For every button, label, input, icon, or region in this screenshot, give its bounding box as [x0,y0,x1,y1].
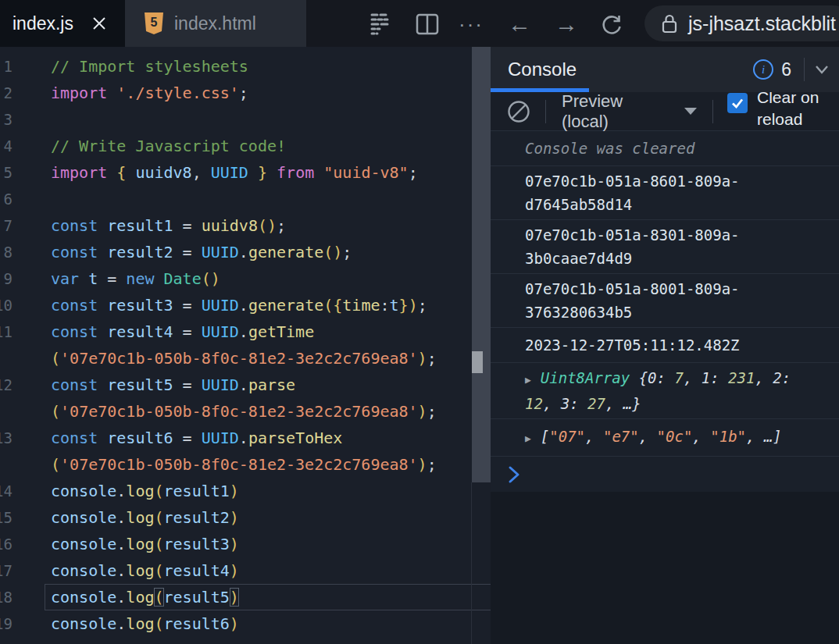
url-bar[interactable]: js-jhsazt.stackblit [644,5,839,41]
code-line-4[interactable]: 4// Write Javascript code! [0,133,491,159]
checkbox-checked[interactable] [727,93,748,113]
code-text: import './style.css'; [51,80,248,106]
back-icon[interactable]: ← [506,11,533,37]
console-entries: Console was cleared07e70c1b-051a-8601-80… [491,131,839,457]
split-editor-icon[interactable] [414,11,441,37]
code-text: console.log(result2) [51,504,239,531]
line-number: 13 [0,425,12,451]
console-entry-line: 07e70c1b-051a-8601-809a- [525,169,825,193]
console-entry-info: Console was cleared [491,131,839,166]
expand-icon[interactable]: ▶ [525,374,531,386]
line-number: 7 [0,212,12,239]
code-editor[interactable]: 1// Import stylesheets2import './style.c… [0,47,491,644]
separator [712,100,713,123]
prompt-chevron-icon [506,464,522,485]
console-entry-line: d7645ab58d14 [525,193,825,216]
url-text: js-jhsazt.stackblit [688,12,836,35]
console-input[interactable] [491,457,839,492]
code-text: // Import stylesheets [51,53,248,80]
tab-label: index.html [174,13,256,34]
code-text: const result5 = UUID.parse [51,372,295,398]
info-icon: i [753,59,773,80]
panel-divider[interactable] [472,47,491,482]
code-line-8[interactable]: 8const result2 = UUID.generate(); [0,239,491,265]
line-number: 14 [0,478,12,504]
code-text: ('07e70c1b-050b-8f0c-81e2-3e2c2c769ea8')… [51,345,437,372]
code-line-17[interactable]: 17console.log(result4) [0,557,491,584]
code-text: // Write Javascript code! [51,133,286,159]
clear-on-reload-label: Clear on reload [757,87,839,130]
code-line-18[interactable]: 18console.log(result5) [0,584,491,610]
console-entry-log: 2023-12-27T05:11:12.482Z [491,328,839,363]
reload-icon[interactable] [598,11,625,37]
code-text: const result2 = UUID.generate(); [51,239,352,265]
code-text: console.log(result5) [51,584,239,610]
code-line-5[interactable]: 5import { uuidv8, UUID } from "uuid-v8"; [0,159,491,186]
prettier-icon[interactable] [368,11,395,37]
code-line-12[interactable]: 12const result5 = UUID.parse [0,372,491,398]
tab-index-html[interactable]: 5 index.html [125,0,306,47]
line-number: 1 [0,53,12,80]
more-icon[interactable]: ··· [458,11,484,37]
svg-text:5: 5 [151,16,158,29]
line-number: 16 [0,531,12,557]
code-text: console.log(result6) [51,610,239,637]
info-count-badge[interactable]: i 6 [753,59,804,80]
code-line-19[interactable]: 19console.log(result6) [0,610,491,637]
console-entry-line: Console was cleared [525,137,825,160]
code-line-wrap[interactable]: ('07e70c1b-050b-8f0c-81e2-3e2c2c769ea8')… [0,451,491,478]
code-line-2[interactable]: 2import './style.css'; [0,80,491,106]
line-number: 17 [0,557,12,584]
code-line-11[interactable]: 11const result4 = UUID.getTime [0,318,491,345]
line-number: 11 [0,318,12,345]
lock-icon [659,12,680,35]
code-line-15[interactable]: 15console.log(result2) [0,504,491,531]
code-line-wrap[interactable]: ('07e70c1b-050b-8f0c-81e2-3e2c2c769ea8')… [0,398,491,425]
console-entry-array[interactable]: ▶[​"07", "e7", "0c", "1b", …] [491,419,839,457]
active-tab-indicator [491,88,589,92]
code-line-6[interactable]: 6 [0,186,491,212]
panel-border-line [471,482,472,644]
line-number: 19 [0,610,12,637]
tab-console[interactable]: Console [508,59,753,80]
tab-label: index.js [12,13,73,34]
chevron-down-icon[interactable] [805,59,839,80]
code-text: const result6 = UUID.parseToHex [51,425,342,451]
context-selector[interactable]: Preview (local) [562,91,697,132]
close-icon[interactable] [91,15,108,32]
code-line-16[interactable]: 16console.log(result3) [0,531,491,557]
code-line-1[interactable]: 1// Import stylesheets [0,53,491,80]
clear-console-icon[interactable] [506,99,531,124]
code-text: console.log(result3) [51,531,239,557]
line-number: 15 [0,504,12,531]
tab-index-js[interactable]: index.js [0,0,125,47]
code-text: const result1 = uuidv8(); [51,212,286,239]
code-text: const result4 = UUID.getTime [51,318,314,345]
forward-icon[interactable]: → [553,11,580,37]
stackblitz-window: index.js 5 index.html [0,0,839,644]
console-entry-log: 07e70c1b-051a-8001-809a-3763280634b5 [491,274,839,328]
code-line-14[interactable]: 14console.log(result1) [0,478,491,504]
console-entry-line: 12, 3: 27, …} [525,392,825,415]
scrollbar-thumb[interactable] [472,351,483,373]
code-text: const result3 = UUID.generate({time:t}); [51,292,427,318]
line-number: 8 [0,239,12,265]
code-text: console.log(result4) [51,557,239,584]
html5-icon: 5 [144,12,164,35]
clear-on-reload-toggle[interactable]: Clear on reload [727,92,839,130]
console-header: Console i 6 [491,47,839,92]
console-entry-line: ▶Uint8Array {0: 7, 1: 231, 2: [525,366,825,392]
code-line-7[interactable]: 7const result1 = uuidv8(); [0,212,491,239]
code-line-9[interactable]: 9var t = new Date() [0,265,491,292]
code-line-3[interactable]: 3 [0,106,491,133]
expand-icon[interactable]: ▶ [525,432,531,444]
console-entry-line: 07e70c1b-051a-8301-809a- [525,223,825,247]
console-entry-object[interactable]: ▶Uint8Array {0: 7, 1: 231, 2:12, 3: 27, … [491,363,839,419]
code-line-10[interactable]: 10const result3 = UUID.generate({time:t}… [0,292,491,318]
console-panel: Console i 6 Preview (local) [491,47,839,644]
code-text: ('07e70c1b-050b-8f0c-81e2-3e2c2c769ea8')… [51,451,437,478]
code-line-wrap[interactable]: ('07e70c1b-050b-8f0c-81e2-3e2c2c769ea8')… [0,345,491,372]
context-selector-label: Preview (local) [562,91,673,132]
code-line-13[interactable]: 13const result6 = UUID.parseToHex [0,425,491,451]
line-number: 5 [0,159,12,186]
